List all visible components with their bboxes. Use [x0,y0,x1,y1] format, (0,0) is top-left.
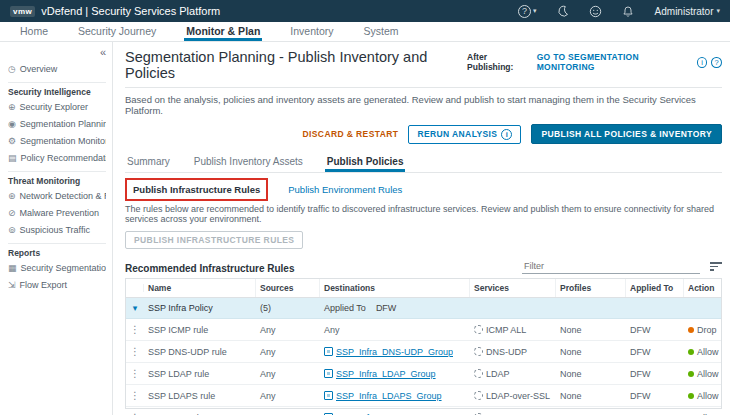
sidebar-item-label: Flow Export [20,280,68,290]
destination-group-link[interactable]: SSP_Infra_LDAPS_Group [336,391,442,401]
overview-icon: ◷ [8,64,16,74]
tab-summary[interactable]: Summary [125,154,172,172]
row-menu-icon[interactable]: ⋮ [126,408,144,415]
row-menu-icon[interactable]: ⋮ [126,364,144,383]
chevron-down-icon[interactable]: ▾ [126,303,144,313]
rule-source: Any [256,387,320,405]
sidebar-item-security-explorer[interactable]: ⊕ Security Explorer [8,98,106,115]
rules-description: The rules below are recommended to ident… [125,204,722,224]
rule-action: Allow [697,347,719,357]
column-header-profiles[interactable]: Profiles [556,279,626,297]
column-header-name[interactable]: Name [144,279,256,297]
column-header-services[interactable]: Services [470,279,556,297]
group-icon [324,347,333,356]
after-publishing-label: After Publishing: [467,52,533,72]
dark-mode-icon[interactable] [557,5,569,17]
info-icon[interactable]: i [697,57,708,68]
rule-applied-to: DFW [626,409,684,415]
subtab-publish-environment-rules[interactable]: Publish Environment Rules [282,180,408,199]
network-detection-icon: ⊛ [8,191,16,201]
feedback-icon[interactable] [589,5,602,18]
info-icon: i [501,129,512,140]
sidebar-collapse-icon[interactable]: « [8,46,106,58]
divider [125,87,722,88]
publish-infrastructure-rules-button[interactable]: PUBLISH INFRASTRUCTURE RULES [125,231,303,249]
sidebar-item-segmentation-planning[interactable]: ◉ Segmentation Planning [8,115,106,132]
expand-column-header [126,284,144,292]
row-menu-icon[interactable]: ⋮ [126,320,144,339]
help-menu[interactable]: ? ▾ [518,5,537,18]
nav-item-system[interactable]: System [362,25,401,41]
sidebar-item-overview[interactable]: ◷ Overview [8,60,106,77]
sidebar-item-label: Security Explorer [20,102,89,112]
service-icon [474,391,483,400]
recommended-rules-heading: Recommended Infrastructure Rules [125,263,295,274]
product-title: vDefend | Security Services Platform [41,5,220,17]
filter-input[interactable] [522,259,700,274]
sidebar-item-policy-recommendations[interactable]: ▤ Policy Recommendations [8,149,106,166]
destination-group-link[interactable]: SSP_Infra_LDAP_Group [336,369,436,379]
row-menu-icon[interactable]: ⋮ [126,342,144,361]
filter-icon[interactable] [710,260,722,273]
policy-name: SSP Infra Policy [144,299,256,317]
user-menu[interactable]: Administrator ▾ [655,6,720,17]
column-header-sources[interactable]: Sources [256,279,320,297]
policy-recommendations-icon: ▤ [8,153,17,163]
rule-applied-to: DFW [626,321,684,339]
tab-publish-policies[interactable]: Publish Policies [325,154,406,172]
nav-item-inventory[interactable]: Inventory [288,25,335,41]
sidebar-item-network-detection[interactable]: ⊛ Network Detection & Res... [8,187,106,204]
sidebar-item-label: Suspicious Traffic [20,225,90,235]
tab-publish-inventory-assets[interactable]: Publish Inventory Assets [192,154,305,172]
column-header-destinations[interactable]: Destinations [320,279,470,297]
row-menu-icon[interactable]: ⋮ [126,386,144,405]
sidebar: « ◷ Overview Security Intelligence ⊕ Sec… [0,42,113,415]
sidebar-item-security-segmentation-report[interactable]: ▦ Security Segmentation R... [8,259,106,276]
sidebar-item-suspicious-traffic[interactable]: ⊚ Suspicious Traffic [8,221,106,238]
sidebar-item-label: Malware Prevention [20,208,100,218]
nav-item-home[interactable]: Home [18,25,50,41]
subtab-publish-infrastructure-rules[interactable]: Publish Infrastructure Rules [125,178,268,201]
publish-all-button[interactable]: PUBLISH ALL POLICIES & INVENTORY [531,124,722,144]
sidebar-item-segmentation-monitoring[interactable]: ⚙ Segmentation Monitoring [8,132,106,149]
discard-restart-button[interactable]: DISCARD & RESTART [302,129,398,139]
sidebar-item-label: Overview [20,64,58,74]
nav-item-security-journey[interactable]: Security Journey [76,25,158,41]
sidebar-item-label: Segmentation Planning [20,119,106,129]
rule-name: SSP NTP rule [144,409,256,415]
divider [8,171,106,172]
sidebar-item-malware-prevention[interactable]: ⊘ Malware Prevention [8,204,106,221]
column-header-applied-to[interactable]: Applied To [626,279,684,297]
go-to-segmentation-monitoring-link[interactable]: GO TO SEGMENTATION MONITORING [537,52,693,72]
rule-profile: None [556,343,626,361]
rerun-analysis-button[interactable]: RERUN ANALYSIS i [408,125,521,144]
divider [8,82,106,83]
rule-source: Any [256,321,320,339]
destination-group-link[interactable]: SSP_Infra_DNS-UDP_Group [336,347,453,357]
rule-action: Drop [697,325,717,335]
report-icon: ▦ [8,263,17,273]
rules-table: Name Sources Destinations Services Profi… [125,278,722,409]
rule-applied-to: DFW [626,343,684,361]
rule-applied-to: DFW [626,387,684,405]
segmentation-monitoring-icon: ⚙ [8,136,16,146]
sidebar-section-security-intelligence: Security Intelligence [8,87,106,97]
rule-service: LDAP-over-SSL [486,391,550,401]
policy-group-row[interactable]: ▾ SSP Infra Policy (5) Applied To DFW Pu… [126,298,721,319]
notifications-bell-icon[interactable] [622,5,634,18]
drop-action-dot [688,327,694,333]
suspicious-traffic-icon: ⊚ [8,225,16,235]
group-icon [324,391,333,400]
rule-service: LDAP [486,369,510,379]
rule-service: DNS-UDP [486,347,527,357]
sidebar-item-flow-export[interactable]: ⇲ Flow Export [8,276,106,293]
column-header-action[interactable]: Action [684,279,730,297]
rule-profile: None [556,365,626,383]
help-icon: ? [518,5,531,18]
nav-item-monitor-plan[interactable]: Monitor & Plan [184,25,262,41]
app-window: vmw vDefend | Security Services Platform… [0,0,730,415]
rule-profile: None [556,409,626,415]
help-icon[interactable]: ? [711,57,722,68]
policy-rule-count: (5) [256,299,320,317]
service-icon [474,325,483,334]
